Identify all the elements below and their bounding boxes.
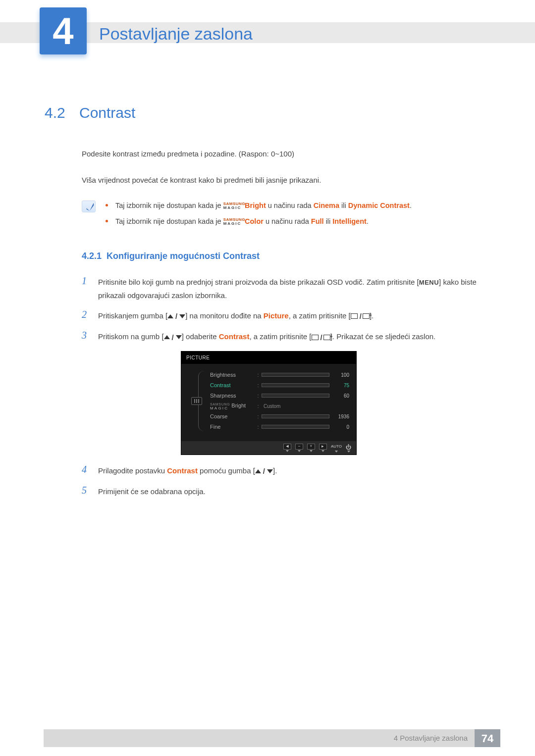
osd-row-magic-bright: SAMSUNGMAGIC Bright : Custom [210,401,349,411]
step-5: 5 Primijenit će se odabrana opcija. [82,485,493,498]
osd-slider-active [262,383,329,387]
section-heading: 4.2Contrast [45,101,493,124]
triangle-up-icon [164,335,170,339]
text: pomoću gumba [ [198,466,255,475]
osd-row-coarse: Coarse : 1936 [210,411,349,422]
osd-value: 1936 [331,413,349,420]
text: . [367,217,369,225]
text: Taj izbornik nije dostupan kada je [115,202,223,209]
intro-paragraph-2: Viša vrijednost povećat će kontrast kako… [82,175,493,186]
box-icon [312,335,319,340]
box-plus-icon [323,335,330,340]
osd-slider [262,414,329,418]
text-cinema: Cinema [314,202,339,209]
triangle-down-icon [179,314,185,318]
text: ]. [273,466,277,475]
text: u načinu rada [266,202,314,209]
osd-footer: ◄ − + ▸ AUTO ⏻ [181,441,356,454]
step-body: Primijenit će se odabrana opcija. [98,485,493,498]
chapter-number-box: 4 [40,7,87,54]
intro-paragraph-1: Podesite kontrast između predmeta i poza… [82,149,493,160]
text-contrast: Contrast [167,466,198,475]
text-intelligent: Intelligent [332,217,366,225]
chapter-title: Postavljanje zaslona [99,21,253,47]
osd-row-brightness: Brightness : 100 [210,370,349,380]
osd-row-contrast: Contrast : 75 [210,380,349,391]
osd-label: SAMSUNGMAGIC Bright [210,402,255,410]
enter-icons: / [312,331,330,344]
note-block: Taj izbornik nije dostupan kada je SAMSU… [82,201,493,232]
osd-row-fine: Fine : 0 [210,422,349,432]
note-item-1: Taj izbornik nije dostupan kada je SAMSU… [103,201,493,211]
osd-nav-enter-icon: ▸ [319,444,327,452]
osd-nav-plus-icon: + [307,444,315,452]
osd-value: 60 [331,392,349,400]
subsection-title-text: Konfiguriranje mogućnosti Contrast [107,251,260,261]
step-number: 1 [82,275,89,302]
menu-label: MENU [419,279,439,286]
osd-title: PICTURE [181,352,356,364]
text-full: Full [311,217,324,225]
text: ] odaberite [182,332,219,341]
text: ili [324,217,333,225]
text: . [410,202,412,209]
text-color: Color [245,217,264,225]
text: Pritiskanjem gumba [ [98,311,167,320]
osd-row-sharpness: Sharpness : 60 [210,391,349,401]
subsection-heading: 4.2.1 Konfiguriranje mogućnosti Contrast [82,250,493,263]
box-icon [351,313,358,319]
note-item-2: Taj izbornik nije dostupan kada je SAMSU… [103,216,493,227]
up-down-icons: / [167,309,185,323]
text: ] na monitoru dođite na [185,311,264,320]
osd-value: 100 [331,371,349,379]
osd-nav-left-icon: ◄ [283,444,291,452]
step-2: 2 Pritiskanjem gumba [/] na monitoru dođ… [82,309,493,323]
osd-nav-auto: AUTO [331,443,342,453]
osd-slider [262,394,329,398]
triangle-up-icon [167,314,173,318]
text-contrast: Contrast [219,332,250,341]
step-4: 4 Prilagodite postavku Contrast pomoću g… [82,464,493,478]
picture-category-icon [191,397,202,405]
step-body: Prilagodite postavku Contrast pomoću gum… [98,464,493,478]
text: ili [339,202,348,209]
step-number: 3 [82,330,89,344]
osd-label: Coarse [210,412,255,421]
osd-nav-power-icon: ⏻ [346,443,351,453]
osd-slider [262,425,329,429]
osd-value-active: 75 [331,382,349,389]
osd-panel: PICTURE Brightness : 100 Contrast : 75 [181,351,357,455]
triangle-down-icon [267,469,273,473]
note-list: Taj izbornik nije dostupan kada je SAMSU… [103,201,493,232]
samsung-magic-label: SAMSUNGMAGIC [223,202,245,210]
step-number: 5 [82,485,89,498]
steps-list-continued: 4 Prilagodite postavku Contrast pomoću g… [82,464,493,499]
text: Pritiskom na gumb [ [98,332,164,341]
subsection-number: 4.2.1 [82,251,102,261]
box-plus-icon [363,313,370,319]
text: Prilagodite postavku [98,466,167,475]
osd-label: Brightness [210,371,255,379]
osd-value-text: Custom [262,403,329,410]
up-down-icons: / [164,331,182,344]
text-picture: Picture [264,311,289,320]
page-content: 4.2Contrast Podesite kontrast između pre… [0,62,535,498]
osd-label-active: Contrast [210,381,255,390]
osd-label: Sharpness [210,392,255,400]
samsung-magic-label: SAMSUNGMAGIC [223,218,245,226]
text: Pritisnite bilo koji gumb na prednjoj st… [98,278,419,286]
step-number: 2 [82,309,89,323]
text-bright: Bright [245,202,266,209]
text: , a zatim pritisnite [ [249,332,311,341]
osd-value: 0 [331,423,349,431]
text: Taj izbornik nije dostupan kada je [115,217,223,225]
step-3: 3 Pritiskom na gumb [/] odaberite Contra… [82,330,493,344]
up-down-icons: / [255,464,273,478]
text: ]. Prikazat će se sljedeći zaslon. [330,332,436,341]
osd-body: Brightness : 100 Contrast : 75 Sharpness… [181,364,356,441]
steps-list: 1 Pritisnite bilo koji gumb na prednjoj … [82,275,493,344]
section-number: 4.2 [45,101,79,124]
osd-rows: Brightness : 100 Contrast : 75 Sharpness… [205,370,349,432]
section-title-text: Contrast [79,104,135,121]
chapter-header: 4 Postavljanje zaslona [0,7,535,62]
